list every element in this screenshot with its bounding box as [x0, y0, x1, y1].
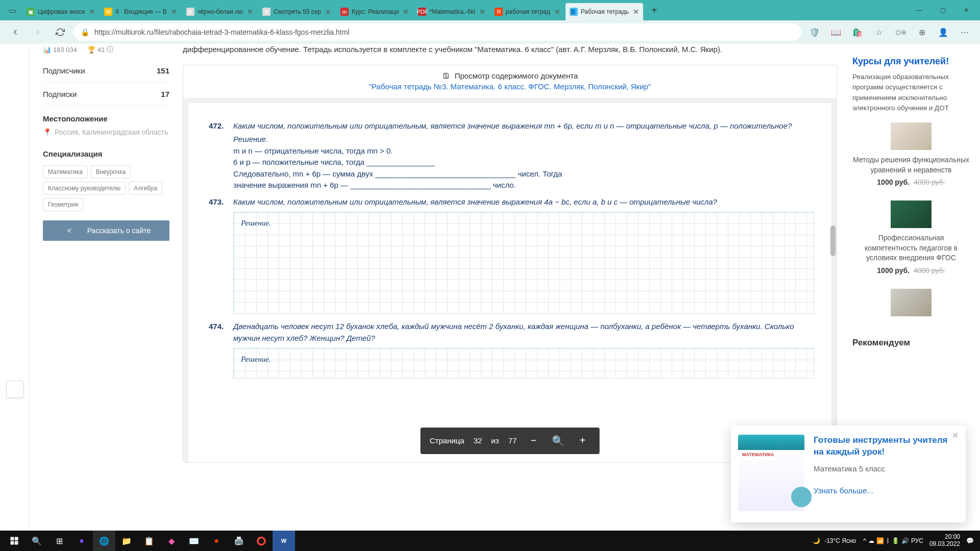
reading-icon[interactable]: 📖	[827, 23, 845, 41]
tracking-icon[interactable]: 🛡️	[805, 23, 824, 41]
browser-tab[interactable]: Ярабочая тетрад✕	[491, 3, 565, 20]
browser-tab[interactable]: 🗎чёрно-белая лю✕	[182, 3, 257, 20]
browser-tab[interactable]: M8 · Входящие — В✕	[100, 3, 181, 20]
taskbar-app-yandex[interactable]: ●	[205, 531, 228, 551]
menu-icon[interactable]: ⋯	[955, 23, 974, 41]
tab-close-button[interactable]: ✕	[479, 8, 485, 16]
following-row[interactable]: Подписки17	[43, 83, 169, 106]
courses-desc: Реализация образовательных программ осущ…	[852, 72, 970, 122]
favorites-list-icon[interactable]: ✩≡	[891, 23, 910, 41]
tab-favicon: 📘	[570, 8, 578, 16]
profile-stats: 📊 163 034 🏆 41 ⓘ	[43, 44, 169, 59]
svg-rect-1	[11, 537, 14, 541]
scroll-to-top-button[interactable]	[6, 381, 23, 398]
tab-title: Цифровая экоси	[38, 8, 85, 15]
tray-battery-icon[interactable]: 🔋	[892, 537, 899, 544]
tray-notifications-icon[interactable]: 💬	[966, 537, 974, 544]
forward-button[interactable]	[29, 23, 47, 41]
specialization-tags: МатематикаВнеурочкаКлассному руководител…	[43, 163, 169, 220]
taskbar-app-printer[interactable]: 🖨️	[228, 531, 250, 551]
taskbar-app-mail[interactable]: ✉️	[183, 531, 205, 551]
browser-tab[interactable]: PDF*Matematika.-6kl✕	[414, 3, 489, 20]
taskbar-app-edge[interactable]: 🌐	[93, 531, 115, 551]
specialization-heading: Специализация	[43, 141, 169, 163]
awards-stat: 🏆 41 ⓘ	[87, 45, 113, 54]
task-body: Двенадцать человек несут 12 буханок хлеб…	[233, 321, 814, 379]
course-card[interactable]: Методы решения функциональных уравнений …	[852, 122, 970, 186]
popup-close-button[interactable]: ✕	[952, 431, 959, 440]
document-viewer: 🖻Просмотр содержимого документа "Рабочая…	[183, 65, 837, 463]
pdf-area[interactable]: 472. Каким числом, положительным или отр…	[183, 98, 837, 462]
taskbar-app-word[interactable]: W	[273, 531, 295, 551]
maximize-button[interactable]: ▢	[931, 0, 954, 20]
tab-favicon: ▣	[27, 8, 35, 16]
shopping-icon[interactable]: 🛍️	[848, 23, 867, 41]
tab-close-button[interactable]: ✕	[633, 8, 639, 16]
refresh-button[interactable]	[51, 23, 69, 41]
new-tab-button[interactable]: +	[644, 0, 665, 20]
tab-actions-button[interactable]: ▭	[2, 0, 22, 20]
url-input[interactable]: 🔒 https://multiurok.ru/files/rabochaia-t…	[74, 23, 801, 41]
taskbar-app[interactable]: ◆	[160, 531, 183, 551]
taskbar-app[interactable]: ●	[70, 531, 93, 551]
collections-icon[interactable]: ⊕	[913, 23, 931, 41]
tray-onedrive-icon[interactable]: ☁	[868, 537, 874, 544]
tab-close-button[interactable]: ✕	[247, 8, 253, 16]
course-image	[891, 289, 932, 316]
tab-favicon: 🗎	[186, 8, 194, 16]
lock-icon: 🔒	[81, 28, 89, 36]
popup-image: МАТЕМАТИКА	[738, 435, 804, 511]
popup-link[interactable]: Узнать больше...	[814, 486, 957, 495]
tray-wifi-icon[interactable]: 📶	[876, 537, 884, 544]
zoom-reset-button[interactable]: 🔍	[550, 435, 566, 447]
zoom-in-button[interactable]: +	[575, 435, 590, 446]
tab-close-button[interactable]: ✕	[554, 8, 560, 16]
pdf-scrollbar[interactable]	[830, 103, 837, 462]
task-view-button[interactable]: ⊞	[48, 531, 70, 551]
description-text: дифференцированное обучение. Тетрадь исп…	[183, 44, 837, 65]
tab-close-button[interactable]: ✕	[325, 8, 331, 16]
course-card[interactable]: Профессиональная компетентность педагого…	[852, 201, 970, 274]
left-gutter	[0, 44, 30, 531]
task-number: 474.	[209, 321, 233, 379]
popup-subtitle: Математика 5 класс	[814, 464, 957, 473]
tab-close-button[interactable]: ✕	[171, 8, 177, 16]
tray-language[interactable]: РУС	[911, 537, 923, 544]
back-button[interactable]	[6, 23, 24, 41]
share-button[interactable]: < Рассказать о сайте	[43, 220, 169, 241]
specialization-tag[interactable]: Геометрия	[43, 198, 83, 211]
specialization-tag[interactable]: Математика	[43, 165, 88, 179]
popup-title: Готовые инструменты учителя на каждый ур…	[814, 435, 957, 458]
taskbar-app-browser[interactable]: ⭕	[250, 531, 273, 551]
profile-icon[interactable]: 👤	[934, 23, 952, 41]
specialization-tag[interactable]: Классному руководителю	[43, 182, 126, 195]
subscribers-row[interactable]: Подписчики151	[43, 59, 169, 83]
close-window-button[interactable]: ✕	[954, 0, 978, 20]
minimize-button[interactable]: —	[908, 0, 931, 20]
zoom-out-button[interactable]: −	[526, 435, 541, 446]
tab-favicon: 🗎	[262, 8, 271, 16]
favorite-icon[interactable]: ☆	[870, 23, 888, 41]
taskbar-app-explorer[interactable]: 📁	[115, 531, 138, 551]
specialization-tag[interactable]: Внеурочка	[91, 165, 131, 179]
tab-title: 8 · Входящие — В	[115, 8, 166, 15]
taskbar-app[interactable]: 📋	[138, 531, 160, 551]
browser-tab[interactable]: 🗎Смотреть 55 сер✕	[258, 3, 335, 20]
tab-close-button[interactable]: ✕	[89, 8, 95, 16]
browser-tab[interactable]: 📘Рабочая тетрадь✕	[566, 3, 643, 20]
tray-volume-icon[interactable]: 🔊	[901, 537, 909, 544]
specialization-tag[interactable]: Алгебра	[129, 182, 162, 195]
courses-title: Курсы для учителей!	[852, 44, 970, 72]
tray-chevron-icon[interactable]: ^	[863, 537, 866, 544]
location-text: 📍 Россия, Калининградская область	[43, 128, 169, 141]
browser-tab[interactable]: mКурс: Реализаци✕	[336, 3, 413, 20]
weather-widget[interactable]: 🌙 -13°C Ясно	[813, 537, 856, 544]
svg-rect-2	[15, 537, 18, 541]
search-button[interactable]: 🔍	[26, 531, 48, 551]
tab-close-button[interactable]: ✕	[403, 8, 409, 16]
tray-clock[interactable]: 20:00 09.03.2022	[925, 534, 964, 548]
browser-tab[interactable]: ▣Цифровая экоси✕	[22, 3, 99, 20]
start-button[interactable]	[3, 531, 26, 551]
course-card[interactable]	[852, 289, 970, 316]
tray-bluetooth-icon[interactable]: ᛒ	[886, 537, 890, 544]
